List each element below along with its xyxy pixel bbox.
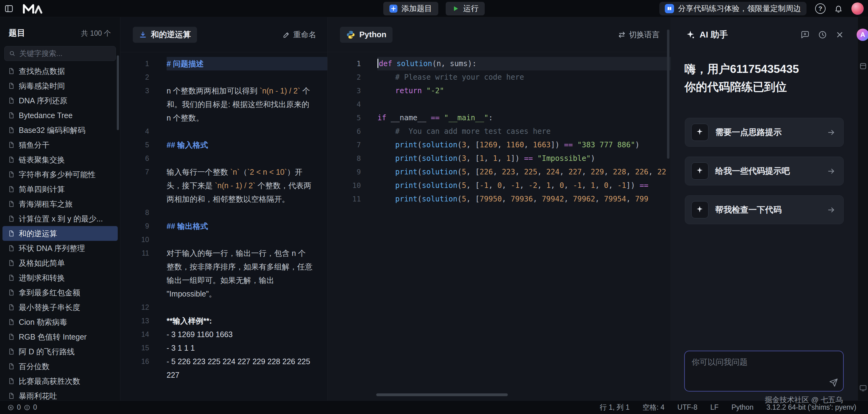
sparkle-icon <box>686 30 695 39</box>
add-problem-button[interactable]: 添加题目 <box>383 2 438 16</box>
ai-suggestion-card[interactable]: 需要一点思路提示 <box>685 118 844 147</box>
list-item[interactable]: Bytedance Tree <box>0 108 120 123</box>
help-icon[interactable]: ? <box>815 3 826 14</box>
cursor-position[interactable]: 行 1, 列 1 <box>600 403 629 412</box>
editor-horizontal-scrollbar[interactable] <box>376 393 508 396</box>
encoding[interactable]: UTF-8 <box>677 403 698 412</box>
close-icon[interactable] <box>835 30 844 39</box>
document-icon <box>8 230 15 237</box>
errors-count[interactable]: 0 <box>17 403 21 412</box>
list-item[interactable]: 最小替换子串长度 <box>0 300 120 315</box>
line-number: 10 <box>328 179 361 192</box>
problem-item-label: 比赛最高获胜次数 <box>19 376 80 386</box>
document-icon <box>8 392 15 399</box>
list-item[interactable]: 查找热点数据 <box>0 64 120 79</box>
markdown-line: 1 # 问题描述 <box>121 57 327 70</box>
problem-content[interactable]: 1 # 问题描述 2 3 n 个整数两两相加可以得到 `n(n - 1) / 2… <box>121 52 327 382</box>
line-text: n 个整数两两相加可以得到 `n(n - 1) / 2` 个和。我们的目标是: … <box>166 84 327 124</box>
ai-input-box[interactable] <box>684 351 844 391</box>
list-item[interactable]: 字符串有多少种可能性 <box>0 167 120 182</box>
line-number: 5 <box>121 138 149 152</box>
document-icon <box>8 171 15 178</box>
search-icon <box>9 50 16 57</box>
list-item[interactable]: 及格如此简单 <box>0 256 120 270</box>
list-item[interactable]: Cion 勒索病毒 <box>0 315 120 329</box>
line-number: 4 <box>121 124 149 138</box>
eol-sequence[interactable]: LF <box>710 403 719 412</box>
line-number: 14 <box>121 328 149 341</box>
add-problem-label: 添加题目 <box>401 3 432 13</box>
list-item[interactable]: DNA 序列还原 <box>0 93 120 108</box>
language-mode[interactable]: Python <box>732 403 754 412</box>
document-icon <box>8 348 15 355</box>
code-content[interactable]: 1 def solution(n, sums): 2 # Please writ… <box>328 52 671 206</box>
markdown-line: 16 - 5 226 223 225 224 227 229 228 226 2… <box>121 355 327 382</box>
user-avatar[interactable] <box>851 2 864 15</box>
rail-panel-icon[interactable] <box>859 62 867 70</box>
app-logo-icon[interactable] <box>22 3 45 14</box>
ai-greeting-line1: 嗨，用户61175435435 <box>684 60 844 78</box>
list-item[interactable]: 青海湖租车之旅 <box>0 197 120 211</box>
history-icon[interactable] <box>818 30 827 39</box>
problem-title-chip[interactable]: 和的逆运算 <box>133 27 197 43</box>
list-item[interactable]: 病毒感染时间 <box>0 79 120 93</box>
list-item[interactable]: Base32 编码和解码 <box>0 123 120 138</box>
code-line-text: return "-2" <box>377 84 671 97</box>
markdown-line: 14 - 3 1269 1160 1663 <box>121 328 327 341</box>
line-number: 5 <box>328 111 361 124</box>
notifications-icon[interactable] <box>834 4 843 13</box>
run-button[interactable]: 运行 <box>446 2 485 16</box>
search-input[interactable] <box>19 49 115 58</box>
errors-icon[interactable] <box>7 404 14 411</box>
problem-icon <box>139 31 147 39</box>
suggestion-label: 给我一些代码提示吧 <box>715 166 790 177</box>
sidebar-toggle-icon[interactable] <box>4 4 13 13</box>
search-box[interactable] <box>4 46 116 61</box>
editor-vertical-scrollbar[interactable] <box>667 30 670 159</box>
warnings-count[interactable]: 0 <box>33 403 37 412</box>
line-text: - 5 226 223 225 224 227 229 228 226 225 … <box>166 355 327 382</box>
list-item[interactable]: RGB 色值转 Integer <box>0 329 120 344</box>
language-chip[interactable]: Python <box>340 27 393 43</box>
indentation[interactable]: 空格: 4 <box>642 403 664 412</box>
list-item[interactable]: 暴雨利花吐 <box>0 388 120 401</box>
language-label: Python <box>359 30 386 39</box>
list-item[interactable]: 和的逆运算 <box>2 226 118 241</box>
assistant-avatar-badge[interactable]: A <box>857 29 868 41</box>
line-number: 9 <box>328 165 361 179</box>
ai-greeting-line2: 你的代码陪练已到位 <box>684 78 844 96</box>
markdown-line: 6 <box>121 152 327 165</box>
right-rail: A <box>858 17 868 401</box>
display-panel-icon[interactable] <box>859 384 867 392</box>
list-item[interactable]: 百分位数 <box>0 359 120 374</box>
rename-button[interactable]: 重命名 <box>283 30 316 40</box>
list-item[interactable]: 阿 D 的飞行路线 <box>0 344 120 359</box>
suggestion-label: 需要一点思路提示 <box>715 127 782 138</box>
document-icon <box>8 97 15 104</box>
problem-title: 和的逆运算 <box>151 29 191 40</box>
promo-banner[interactable]: 分享代码练习体验，领限量定制周边 <box>659 2 807 16</box>
document-icon <box>8 274 15 281</box>
list-item[interactable]: 拿到最多红包金额 <box>0 285 120 300</box>
list-item[interactable]: 链表聚集交换 <box>0 152 120 167</box>
ai-question-input[interactable] <box>691 357 836 379</box>
ai-suggestion-card[interactable]: 帮我检查一下代码 <box>685 195 844 224</box>
code-line: 7 print(solution(3, [1269, 1160, 1663]) … <box>328 138 671 152</box>
line-text: # 问题描述 <box>166 57 327 70</box>
warnings-icon[interactable] <box>24 404 30 411</box>
send-icon[interactable] <box>829 378 838 387</box>
list-item[interactable]: 计算位置 x 到 y 的最少... <box>0 211 120 226</box>
list-item[interactable]: 进制求和转换 <box>0 270 120 285</box>
list-item[interactable]: 简单四则计算 <box>0 182 120 197</box>
list-item[interactable]: 环状 DNA 序列整理 <box>0 241 120 256</box>
list-item[interactable]: 比赛最高获胜次数 <box>0 374 120 388</box>
problem-item-label: 和的逆运算 <box>19 229 57 239</box>
problem-item-label: 及格如此简单 <box>19 258 65 268</box>
switch-language-button[interactable]: 切换语言 <box>618 30 660 40</box>
ai-suggestion-card[interactable]: 给我一些代码提示吧 <box>685 156 844 185</box>
markdown-line: 15 - 3 1 1 1 <box>121 341 327 355</box>
list-item[interactable]: 猫鱼分干 <box>0 138 120 152</box>
line-number: 10 <box>121 233 149 246</box>
sidebar-scrollbar[interactable] <box>117 55 119 130</box>
new-chat-icon[interactable] <box>800 30 810 39</box>
